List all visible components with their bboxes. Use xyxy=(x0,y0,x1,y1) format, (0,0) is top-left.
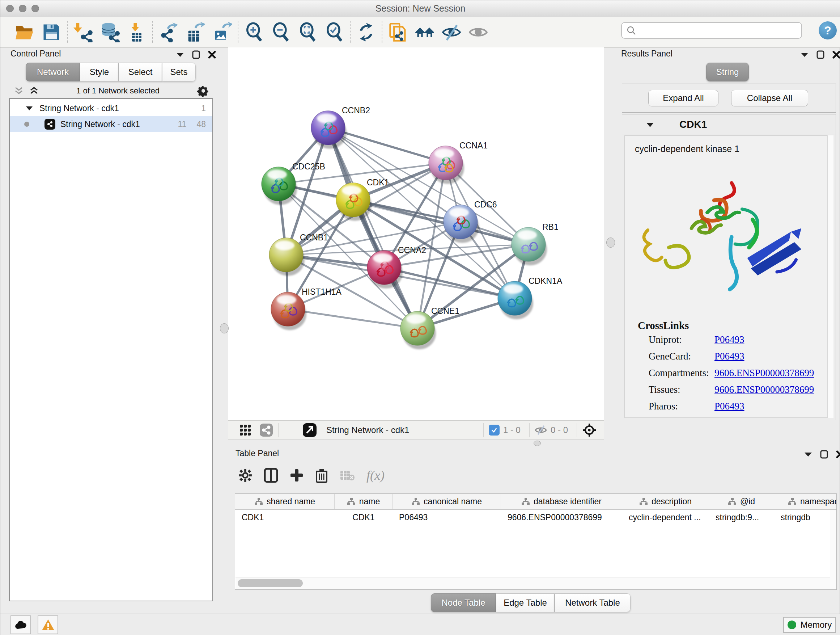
selected-checkbox-icon[interactable] xyxy=(489,424,500,435)
crosslink-link[interactable]: P06493 xyxy=(714,334,745,351)
grid-view-icon[interactable] xyxy=(239,424,251,436)
close-panel-icon[interactable] xyxy=(836,450,840,458)
tab-select[interactable]: Select xyxy=(118,63,162,81)
tab-string[interactable]: String xyxy=(706,63,749,81)
open-session-button[interactable] xyxy=(11,20,38,44)
close-panel-icon[interactable] xyxy=(208,51,216,59)
apply-layout-button[interactable] xyxy=(353,20,379,44)
table-vscrollbar[interactable] xyxy=(830,510,836,589)
warnings-button[interactable] xyxy=(38,616,58,634)
table-cell[interactable]: stringdb xyxy=(774,510,837,525)
home-button[interactable] xyxy=(411,20,438,44)
panel-menu-icon[interactable] xyxy=(176,52,184,57)
table-cell[interactable]: CDK1 xyxy=(235,510,335,525)
import-table-button[interactable] xyxy=(123,20,150,44)
column-header-database-identifier[interactable]: database identifier xyxy=(501,494,622,509)
table-cell[interactable]: stringdb:9... xyxy=(709,510,774,525)
search-input[interactable] xyxy=(640,25,801,36)
node-RB1[interactable] xyxy=(512,227,547,265)
node-CCNA2[interactable] xyxy=(367,250,403,288)
table-hscrollbar[interactable] xyxy=(235,577,831,589)
edge-CCNE1-HIST1H1A[interactable] xyxy=(288,309,417,328)
table-row[interactable]: CDK1CDK1P064939606.ENSP00000378699cyclin… xyxy=(235,510,836,525)
column-header-description[interactable]: description xyxy=(622,494,709,509)
fit-selected-crosshair-icon[interactable] xyxy=(582,423,597,437)
help-button[interactable]: ? xyxy=(819,21,837,40)
memory-button[interactable]: Memory xyxy=(783,617,836,633)
panel-menu-icon[interactable] xyxy=(801,52,808,57)
table-cell[interactable]: 9606.ENSP00000378699 xyxy=(501,510,622,525)
node-label-RB1: RB1 xyxy=(542,222,559,232)
zoom-out-button[interactable] xyxy=(267,20,294,44)
tab-sets[interactable]: Sets xyxy=(162,63,196,81)
table-cell[interactable]: cyclin-dependent ... xyxy=(622,510,709,525)
export-network-button[interactable] xyxy=(155,20,182,44)
delete-column-icon[interactable] xyxy=(315,468,328,483)
hide-selected-button[interactable] xyxy=(438,20,465,44)
import-network-database-button[interactable] xyxy=(96,20,123,44)
tab-edge-table[interactable]: Edge Table xyxy=(496,593,554,612)
zoom-selected-button[interactable] xyxy=(321,20,347,44)
results-scrollbar[interactable] xyxy=(827,135,834,418)
table-cell[interactable]: CDK1 xyxy=(335,510,393,525)
node-HIST1H1A[interactable] xyxy=(271,292,306,330)
network-collection-row[interactable]: String Network - cdk1 1 xyxy=(10,100,212,116)
float-panel-icon[interactable] xyxy=(192,50,200,59)
save-session-button[interactable] xyxy=(38,20,65,44)
node-CDK1[interactable] xyxy=(336,183,371,221)
section-expander-icon[interactable] xyxy=(646,122,654,127)
network-graph[interactable]: CCNB2CCNA1CDC25BCDK1CDC6RB1CCNB1CCNA2CDK… xyxy=(228,48,604,420)
node-CCNA1[interactable] xyxy=(429,146,464,184)
network-canvas[interactable]: CCNB2CCNA1CDC25BCDK1CDC6RB1CCNB1CCNA2CDK… xyxy=(228,48,604,420)
tab-node-table[interactable]: Node Table xyxy=(431,593,496,612)
collapse-all-networks-icon[interactable] xyxy=(14,86,24,96)
panel-menu-icon[interactable] xyxy=(804,452,812,457)
collapse-all-button[interactable]: Collapse All xyxy=(731,90,808,106)
column-header-canonical-name[interactable]: canonical name xyxy=(393,494,501,509)
gear-icon[interactable] xyxy=(197,85,210,97)
left-split-grip[interactable] xyxy=(220,323,229,333)
node-CDC25B[interactable] xyxy=(262,167,297,205)
zoom-in-button[interactable] xyxy=(240,20,267,44)
float-panel-icon[interactable] xyxy=(816,50,824,59)
crosslink-link[interactable]: P06493 xyxy=(714,351,745,367)
gene-section-header[interactable]: CDK1 xyxy=(622,114,836,135)
detach-view-icon[interactable] xyxy=(302,423,317,437)
add-column-icon[interactable] xyxy=(290,469,303,482)
column-header-shared-name[interactable]: shared name xyxy=(235,494,335,509)
column-header--id[interactable]: @id xyxy=(709,494,774,509)
export-table-button[interactable] xyxy=(182,20,209,44)
float-panel-icon[interactable] xyxy=(820,450,828,459)
column-header-namespace[interactable]: namespace xyxy=(774,494,837,509)
expand-all-networks-icon[interactable] xyxy=(29,86,39,96)
table-cell[interactable]: P06493 xyxy=(393,510,501,525)
crosslink-link[interactable]: 9606.ENSP00000378699 xyxy=(714,384,814,401)
network-birdseye-icon[interactable] xyxy=(259,423,273,437)
import-network-file-button[interactable] xyxy=(70,20,96,44)
node-CCNB2[interactable] xyxy=(311,111,347,149)
hscrollbar-thumb[interactable] xyxy=(238,579,303,587)
edge-CCNB2-CCNE1[interactable] xyxy=(328,128,417,328)
node-CDKN1A[interactable] xyxy=(498,281,533,319)
crosslink-link[interactable]: P06493 xyxy=(714,401,745,417)
cloud-status-button[interactable] xyxy=(11,616,31,634)
bottom-split-grip[interactable] xyxy=(534,440,541,446)
tab-style[interactable]: Style xyxy=(80,63,118,81)
export-image-button[interactable] xyxy=(209,20,235,44)
tab-network[interactable]: Network xyxy=(26,63,80,81)
show-all-button[interactable] xyxy=(465,20,492,44)
column-header-name[interactable]: name xyxy=(335,494,393,509)
table-settings-gear-icon[interactable] xyxy=(238,469,252,482)
crosslink-link[interactable]: 9606.ENSP00000378699 xyxy=(714,367,814,384)
node-CDC6[interactable] xyxy=(444,205,479,243)
search-box[interactable] xyxy=(621,22,802,39)
expand-all-button[interactable]: Expand All xyxy=(648,90,718,106)
show-columns-icon[interactable] xyxy=(264,468,278,483)
tree-expander-icon[interactable] xyxy=(26,106,33,111)
right-split-grip[interactable] xyxy=(606,238,615,248)
new-network-from-selection-button[interactable] xyxy=(385,20,411,44)
close-panel-icon[interactable] xyxy=(832,51,840,59)
network-row[interactable]: String Network - cdk1 11 48 xyxy=(10,116,212,132)
zoom-fit-button[interactable] xyxy=(294,20,321,44)
tab-network-table[interactable]: Network Table xyxy=(554,593,630,612)
